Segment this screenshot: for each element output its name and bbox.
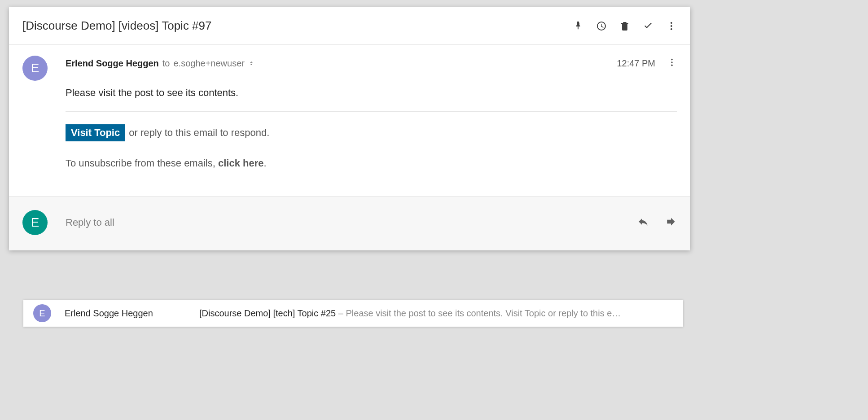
- message-more-icon[interactable]: [667, 57, 677, 69]
- unsubscribe-link[interactable]: click here: [218, 158, 264, 169]
- recipient-prefix: to: [162, 58, 170, 69]
- more-vert-icon[interactable]: [666, 21, 677, 31]
- visit-followup-text: or reply to this email to respond.: [129, 127, 269, 139]
- trash-icon[interactable]: [619, 21, 630, 31]
- pin-icon[interactable]: [573, 21, 583, 31]
- svg-point-0: [671, 22, 672, 24]
- visit-row: Visit Topic or reply to this email to re…: [66, 124, 677, 141]
- unsubscribe-line: To unsubscribe from these emails, click …: [66, 158, 677, 169]
- message-meta-right: 12:47 PM: [617, 57, 677, 69]
- message-body: Erlend Sogge Heggen to e.soghe+newuser 1…: [66, 56, 677, 169]
- reply-bar[interactable]: E Reply to all: [9, 196, 690, 250]
- next-sender: Erlend Sogge Heggen: [65, 308, 186, 319]
- svg-point-2: [671, 28, 672, 30]
- reply-icon[interactable]: [637, 216, 649, 229]
- sender-avatar[interactable]: E: [22, 56, 48, 81]
- message-meta-row: Erlend Sogge Heggen to e.soghe+newuser 1…: [66, 57, 677, 69]
- next-subject: [Discourse Demo] [tech] Topic #25: [199, 308, 336, 318]
- sender-name[interactable]: Erlend Sogge Heggen: [66, 58, 159, 69]
- next-snippet: Please visit the post to see its content…: [346, 308, 621, 318]
- next-email-row[interactable]: E Erlend Sogge Heggen [Discourse Demo] […: [23, 300, 683, 327]
- reply-actions: [637, 216, 677, 229]
- svg-point-3: [671, 59, 673, 61]
- unsubscribe-prefix: To unsubscribe from these emails,: [66, 158, 218, 169]
- visit-topic-button[interactable]: Visit Topic: [66, 124, 125, 141]
- svg-point-5: [671, 65, 673, 66]
- show-details-icon[interactable]: [248, 58, 254, 69]
- reply-avatar: E: [22, 210, 48, 235]
- header-actions: [573, 21, 677, 31]
- next-avatar: E: [33, 304, 51, 322]
- body-intro: Please visit the post to see its content…: [66, 87, 677, 99]
- forward-icon[interactable]: [665, 216, 677, 229]
- email-card: [Discourse Demo] [videos] Topic #97: [9, 7, 690, 250]
- reply-placeholder[interactable]: Reply to all: [66, 217, 637, 228]
- email-message: E Erlend Sogge Heggen to e.soghe+newuser…: [9, 45, 690, 196]
- message-meta-left: Erlend Sogge Heggen to e.soghe+newuser: [66, 58, 254, 69]
- snooze-icon[interactable]: [596, 21, 607, 31]
- recipient: e.soghe+newuser: [174, 58, 245, 69]
- svg-point-4: [671, 61, 673, 63]
- next-subject-snippet: [Discourse Demo] [tech] Topic #25 – Plea…: [199, 308, 621, 319]
- mark-done-icon[interactable]: [643, 21, 653, 31]
- email-header: [Discourse Demo] [videos] Topic #97: [9, 7, 690, 45]
- next-separator: –: [336, 308, 346, 318]
- message-timestamp: 12:47 PM: [617, 58, 655, 69]
- email-subject: [Discourse Demo] [videos] Topic #97: [22, 19, 212, 33]
- svg-point-1: [671, 25, 672, 27]
- unsubscribe-suffix: .: [263, 158, 266, 169]
- body-divider: [66, 111, 677, 112]
